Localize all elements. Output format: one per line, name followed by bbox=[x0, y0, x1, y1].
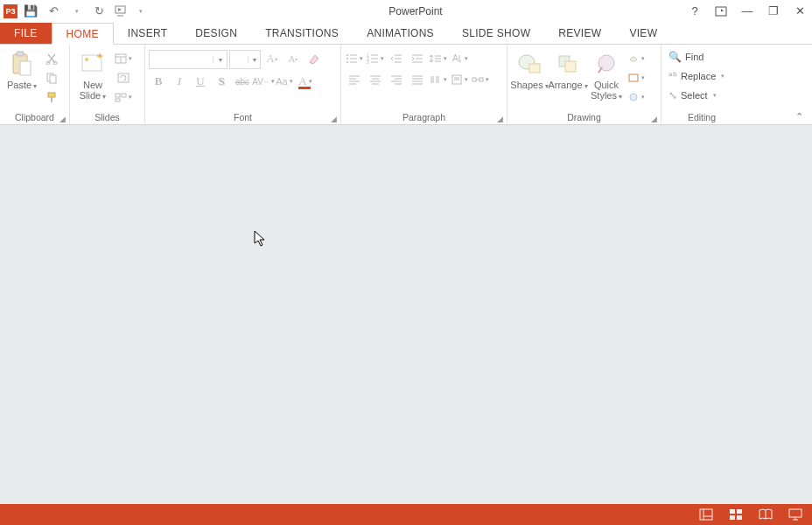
close-button[interactable]: ✕ bbox=[791, 3, 808, 20]
redo-icon[interactable]: ↻ bbox=[89, 2, 108, 21]
quick-styles-icon bbox=[592, 50, 620, 78]
svg-text:1: 1 bbox=[367, 53, 369, 58]
shapes-label: Shapes bbox=[510, 80, 542, 90]
svg-rect-9 bbox=[50, 75, 56, 83]
ribbon-display-options-button[interactable] bbox=[712, 3, 730, 20]
align-center-button[interactable] bbox=[366, 71, 385, 88]
bullets-button[interactable] bbox=[345, 50, 364, 67]
svg-rect-72 bbox=[565, 61, 576, 72]
tab-review[interactable]: REVIEW bbox=[544, 23, 615, 44]
slide-stage[interactable] bbox=[0, 125, 812, 504]
justify-button[interactable] bbox=[408, 71, 427, 88]
layout-button[interactable] bbox=[114, 50, 133, 67]
clear-formatting-button[interactable] bbox=[304, 50, 324, 67]
minimize-button[interactable]: — bbox=[738, 3, 756, 20]
svg-point-7 bbox=[53, 61, 57, 65]
shadow-button[interactable]: S bbox=[212, 73, 231, 90]
undo-dropdown[interactable] bbox=[66, 2, 86, 21]
font-launcher-icon[interactable]: ◢ bbox=[331, 115, 337, 123]
shapes-button[interactable]: Shapes bbox=[511, 46, 548, 92]
reset-button[interactable] bbox=[114, 69, 133, 87]
font-name-combobox[interactable]: ▾ bbox=[149, 50, 228, 69]
save-icon[interactable]: 💾 bbox=[21, 2, 40, 21]
find-button[interactable]: 🔍Find bbox=[665, 48, 707, 66]
svg-rect-84 bbox=[789, 509, 802, 517]
paragraph-launcher-icon[interactable]: ◢ bbox=[497, 115, 503, 123]
reading-view-button[interactable] bbox=[758, 508, 774, 522]
new-slide-button[interactable]: NewSlide bbox=[74, 46, 112, 102]
quick-access-toolbar: P3 💾 ↶ ↻ bbox=[4, 2, 145, 21]
section-button[interactable] bbox=[114, 88, 133, 106]
svg-text:2: 2 bbox=[367, 56, 369, 61]
svg-rect-4 bbox=[17, 52, 24, 56]
copy-button[interactable] bbox=[42, 69, 61, 87]
quick-styles-button[interactable]: QuickStyles bbox=[588, 46, 625, 102]
align-text-button[interactable] bbox=[450, 71, 469, 88]
italic-button[interactable]: I bbox=[170, 73, 189, 90]
increase-font-size-button[interactable]: A▴ bbox=[262, 50, 282, 67]
paste-button[interactable]: Paste bbox=[4, 46, 40, 92]
svg-rect-12 bbox=[82, 55, 102, 71]
svg-point-73 bbox=[598, 55, 614, 71]
find-icon: 🔍 bbox=[668, 51, 682, 63]
shape-outline-button[interactable] bbox=[626, 69, 646, 87]
font-color-button[interactable]: A bbox=[296, 73, 315, 90]
decrease-indent-button[interactable] bbox=[387, 50, 406, 67]
align-left-button[interactable] bbox=[345, 71, 364, 88]
tab-transitions[interactable]: TRANSITIONS bbox=[251, 23, 353, 44]
normal-view-button[interactable] bbox=[698, 508, 714, 522]
svg-point-69 bbox=[519, 55, 535, 69]
arrange-button[interactable]: Arrange bbox=[550, 46, 586, 92]
change-case-button[interactable]: Aa bbox=[275, 73, 294, 90]
slideshow-view-button[interactable] bbox=[788, 508, 803, 522]
arrange-icon bbox=[554, 50, 582, 78]
font-group-label: Font bbox=[234, 112, 252, 122]
svg-point-21 bbox=[346, 54, 348, 56]
replace-label: Replace bbox=[681, 71, 716, 81]
format-painter-button[interactable] bbox=[42, 88, 61, 106]
line-spacing-button[interactable] bbox=[429, 50, 448, 67]
tab-slideshow[interactable]: SLIDE SHOW bbox=[448, 23, 544, 44]
font-size-combobox[interactable]: ▾ bbox=[229, 50, 261, 69]
drawing-launcher-icon[interactable]: ◢ bbox=[651, 115, 657, 123]
collapse-ribbon-button[interactable]: ⌃ bbox=[795, 111, 803, 122]
strikethrough-button[interactable]: abc bbox=[233, 73, 252, 90]
tab-design[interactable]: DESIGN bbox=[181, 23, 251, 44]
chevron-down-icon: ▾ bbox=[248, 56, 260, 64]
editing-group-label: Editing bbox=[688, 112, 716, 122]
group-slides: NewSlide Slides bbox=[70, 45, 145, 124]
arrange-label: Arrange bbox=[548, 80, 582, 90]
undo-icon[interactable]: ↶ bbox=[44, 2, 63, 21]
start-from-beginning-icon[interactable] bbox=[112, 2, 131, 21]
slide-sorter-view-button[interactable] bbox=[728, 508, 744, 522]
tab-file[interactable]: FILE bbox=[0, 23, 52, 44]
chevron-down-icon: ▾ bbox=[213, 56, 227, 64]
shape-effects-button[interactable] bbox=[626, 88, 646, 106]
new-slide-label-2: Slide bbox=[80, 90, 101, 101]
columns-button[interactable] bbox=[429, 71, 448, 88]
qat-customize-dropdown[interactable] bbox=[135, 2, 145, 21]
replace-button[interactable]: ᵃᵇReplace bbox=[665, 67, 728, 85]
select-button[interactable]: ⤡Select bbox=[665, 87, 720, 104]
shape-fill-button[interactable] bbox=[626, 50, 646, 67]
help-button[interactable]: ? bbox=[686, 3, 704, 20]
text-direction-button[interactable]: A bbox=[450, 50, 469, 67]
character-spacing-button[interactable]: AV↔ bbox=[254, 73, 273, 90]
align-right-button[interactable] bbox=[387, 71, 406, 88]
svg-rect-2 bbox=[716, 7, 726, 16]
restore-button[interactable]: ❐ bbox=[765, 3, 782, 20]
clipboard-launcher-icon[interactable]: ◢ bbox=[60, 115, 66, 123]
tab-animations[interactable]: ANIMATIONS bbox=[353, 23, 448, 44]
cut-button[interactable] bbox=[42, 50, 61, 67]
tab-view[interactable]: VIEW bbox=[615, 23, 671, 44]
underline-button[interactable]: U bbox=[191, 73, 210, 90]
tab-home[interactable]: HOME bbox=[52, 23, 114, 45]
numbering-button[interactable]: 123 bbox=[366, 50, 385, 67]
tab-insert[interactable]: INSERT bbox=[114, 23, 182, 44]
powerpoint-app-icon: P3 bbox=[4, 4, 18, 18]
bold-button[interactable]: B bbox=[149, 73, 168, 90]
smartart-button[interactable] bbox=[471, 71, 490, 88]
svg-point-75 bbox=[630, 94, 637, 101]
decrease-font-size-button[interactable]: A▾ bbox=[284, 50, 303, 67]
increase-indent-button[interactable] bbox=[408, 50, 427, 67]
